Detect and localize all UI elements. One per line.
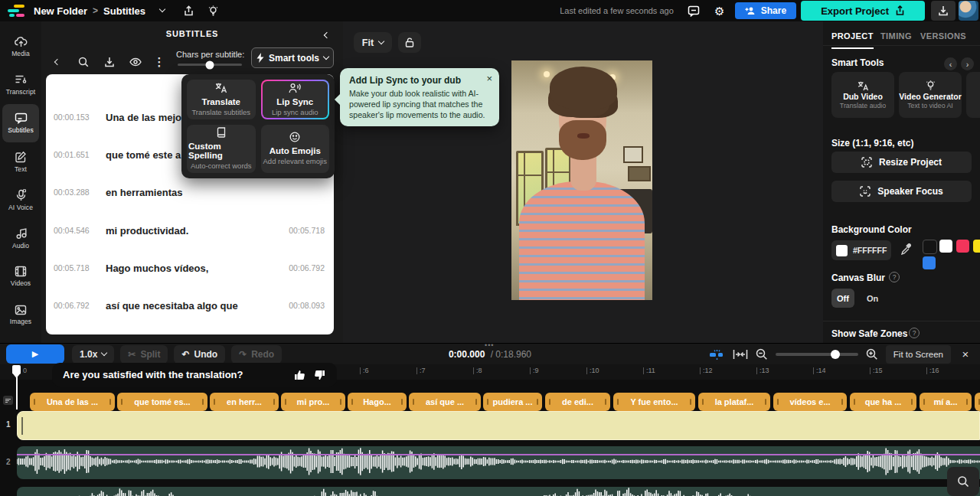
tab-versions[interactable]: VERSIONS	[920, 31, 966, 41]
subtitle-clip[interactable]: que tomé es...	[117, 393, 207, 411]
subtitle-clip[interactable]: Una de las ...	[30, 393, 115, 411]
breadcrumb-project-title[interactable]: Subtitles	[103, 5, 145, 17]
subtitle-end-time[interactable]: 00:05.718	[289, 226, 325, 235]
carousel-left-icon[interactable]: ‹	[944, 57, 957, 70]
subtitle-clip[interactable]: la plataf...	[698, 393, 770, 411]
unlock-button[interactable]	[398, 32, 421, 53]
project-title-chevron-down-icon[interactable]	[152, 2, 173, 20]
visibility-eye-icon[interactable]	[126, 52, 145, 72]
split-button[interactable]: ✂ Split	[120, 345, 168, 364]
menu-item-auto-emojis[interactable]: Auto Emojis Add relevant emojis	[261, 125, 330, 174]
subtitle-clip[interactable]: vídeos e...	[773, 393, 847, 411]
sidebar-item-subtitles[interactable]: Subtitles	[2, 104, 39, 142]
back-icon[interactable]	[47, 52, 67, 72]
zoom-fit-dropdown[interactable]: Fit	[354, 32, 392, 53]
undo-button[interactable]: ↶ Undo	[174, 345, 225, 364]
subtitle-start-time[interactable]: 00:01.651	[54, 150, 98, 159]
subtitle-clip[interactable]: de edi...	[545, 393, 610, 411]
zoom-out-icon[interactable]	[756, 348, 768, 361]
sidebar-item-transcript[interactable]: Transcript	[2, 66, 39, 104]
subtitle-clip[interactable]	[975, 393, 980, 411]
tooltip-close-icon[interactable]: ×	[486, 73, 492, 84]
canvas-blur-on-toggle[interactable]: On	[862, 289, 883, 308]
swatch-red[interactable]	[956, 240, 969, 253]
swatch-black[interactable]	[923, 240, 937, 254]
menu-item-lip-sync[interactable]: Lip Sync Lip sync audio	[261, 80, 330, 119]
subtitle-clip[interactable]: mí a...	[920, 393, 972, 411]
subtitle-row[interactable]: 00:03.288 en herramientas	[46, 181, 334, 204]
subtitle-start-time[interactable]: 00:00.153	[54, 113, 98, 122]
subtitle-clip[interactable]: Y fue ento...	[613, 393, 695, 411]
user-avatar[interactable]	[959, 1, 978, 21]
comments-icon[interactable]	[683, 2, 704, 20]
swatch-blue[interactable]	[923, 256, 936, 269]
subtitle-row[interactable]: 00:06.792 así que necesitaba algo que 00…	[46, 294, 334, 317]
subtitle-clip[interactable]: mi pro...	[281, 393, 345, 411]
subtitle-text[interactable]: en herramientas	[106, 187, 334, 198]
playback-speed-dropdown[interactable]: 1.0x	[72, 345, 114, 364]
subtitle-end-time[interactable]: 00:06.792	[289, 263, 325, 272]
timeline-zoom-slider[interactable]	[776, 353, 858, 356]
close-timeline-icon[interactable]: ×	[959, 348, 972, 361]
safe-zones-help-icon[interactable]: ?	[909, 328, 920, 338]
zoom-slider-knob[interactable]	[831, 350, 840, 359]
subtitle-end-time[interactable]: 00:08.093	[289, 301, 325, 310]
subtitle-row[interactable]: 00:04.546 mi productividad. 00:05.718	[46, 219, 334, 242]
subtitle-start-time[interactable]: 00:04.546	[54, 226, 98, 235]
menu-item-custom-spelling[interactable]: Custom Spelling Auto-correct words	[187, 125, 256, 174]
sidebar-item-ai-voice[interactable]: AI Voice	[2, 181, 39, 219]
app-logo-icon[interactable]	[6, 4, 26, 18]
subtitle-clip[interactable]: que ha ...	[850, 393, 916, 411]
volume-line[interactable]	[17, 454, 980, 455]
subtitle-clip[interactable]: así que ...	[409, 393, 481, 411]
fit-to-screen-button[interactable]: Fit to Screen	[886, 345, 951, 364]
sidebar-item-media[interactable]: Media	[2, 28, 39, 66]
panel-collapse-icon[interactable]	[325, 28, 329, 40]
subtitle-text[interactable]: así que necesitaba algo que	[106, 300, 289, 312]
share-button[interactable]: Share	[735, 2, 796, 19]
sidebar-item-videos[interactable]: Videos	[2, 257, 39, 295]
tab-project[interactable]: PROJECT	[831, 31, 874, 49]
subtitle-clip[interactable]: pudiera ...	[483, 393, 542, 411]
speaker-focus-button[interactable]: Speaker Focus	[831, 181, 972, 202]
suggestions-lightbulb-icon[interactable]	[202, 2, 224, 20]
download-button[interactable]	[931, 1, 956, 21]
swatch-white[interactable]	[939, 240, 952, 253]
video-frame[interactable]	[511, 60, 652, 300]
resize-project-button[interactable]: Resize Project	[831, 152, 972, 173]
upload-icon[interactable]	[178, 2, 199, 20]
search-icon[interactable]	[74, 52, 93, 72]
sidebar-item-images[interactable]: Images	[2, 295, 39, 334]
subtitle-start-time[interactable]: 00:05.718	[54, 263, 98, 272]
tab-timing[interactable]: TIMING	[880, 31, 912, 41]
chars-per-subtitle-slider[interactable]	[178, 64, 242, 66]
kebab-menu-icon[interactable]: ⋮	[149, 52, 169, 72]
subtitle-start-time[interactable]: 00:06.792	[54, 301, 98, 310]
snapping-toggle-icon[interactable]	[708, 349, 725, 360]
menu-item-translate[interactable]: Translate Translate subtitles	[187, 80, 256, 119]
subtitle-text[interactable]: mi productividad.	[106, 225, 289, 237]
card-partial[interactable]: T E	[966, 72, 980, 118]
slider-knob[interactable]	[206, 60, 214, 69]
zoom-in-icon[interactable]	[866, 348, 878, 361]
timeline-search-button[interactable]	[947, 467, 979, 496]
canvas-blur-help-icon[interactable]: ?	[889, 272, 900, 282]
export-project-button[interactable]: Export Project	[801, 1, 925, 21]
sidebar-item-text[interactable]: Text	[2, 142, 39, 181]
download-subtitles-icon[interactable]	[100, 52, 119, 72]
card-video-generator[interactable]: Video Generator Text to video AI	[899, 72, 962, 118]
subtitle-text[interactable]: Hago muchos vídeos,	[106, 263, 289, 274]
smart-tools-button[interactable]: Smart tools	[251, 47, 334, 68]
eyedropper-icon[interactable]	[900, 243, 912, 255]
fit-clip-icon[interactable]	[733, 349, 748, 360]
swatch-yellow[interactable]	[973, 240, 980, 253]
carousel-right-icon[interactable]: ›	[961, 57, 974, 70]
settings-gear-icon[interactable]: ⚙	[709, 2, 730, 20]
thumbs-down-icon[interactable]	[309, 367, 329, 383]
subtitle-clip[interactable]: en herr...	[210, 393, 279, 411]
sidebar-item-audio[interactable]: Audio	[2, 219, 39, 257]
subtitle-clip[interactable]: Hago...	[348, 393, 407, 411]
redo-button[interactable]: ↷ Redo	[231, 345, 282, 364]
canvas-blur-off-toggle[interactable]: Off	[831, 289, 854, 308]
audio-track-2[interactable]	[17, 487, 980, 496]
